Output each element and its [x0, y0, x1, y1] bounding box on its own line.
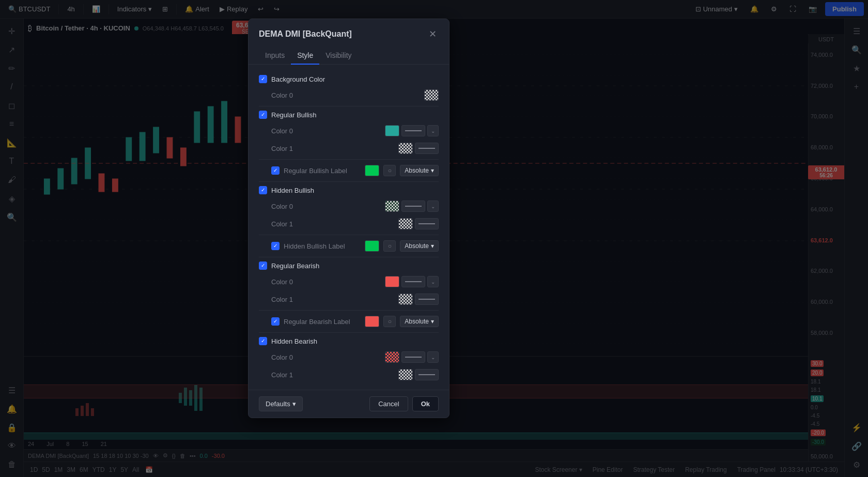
hidden-bullish-color0-swatch[interactable] — [385, 201, 399, 212]
footer-actions: Cancel Ok — [369, 396, 439, 411]
hidden-bullish-color0-controls: ⌄ — [385, 201, 439, 212]
line-dash7-icon — [405, 357, 422, 358]
hidden-bullish-checkbox[interactable] — [259, 186, 267, 194]
chevron-down-icon: ▾ — [292, 400, 296, 408]
line-dash5-icon — [405, 281, 422, 282]
regular-bearish-label-text: Regular Bearish Label — [284, 318, 361, 326]
regular-bullish-color1-controls — [398, 143, 439, 154]
regular-bearish-label-icon-btn[interactable]: ○ — [383, 316, 396, 327]
divider-1 — [259, 106, 439, 106]
ok-button[interactable]: Ok — [412, 396, 439, 411]
hidden-bullish-color1-controls — [398, 218, 439, 229]
modal-tabs: Inputs Style Visibility — [249, 41, 449, 65]
dropdown-arrow2-icon: ▾ — [431, 242, 434, 250]
regular-bullish-label-color[interactable] — [365, 165, 379, 176]
background-color-controls — [424, 89, 439, 101]
hidden-bullish-label: Hidden Bullish — [271, 187, 314, 194]
hidden-bearish-chevron-btn[interactable]: ⌄ — [427, 351, 439, 363]
background-color-checkbox[interactable] — [259, 75, 267, 83]
line-dash8-icon — [419, 374, 435, 375]
hidden-bullish-label-checkbox[interactable] — [271, 242, 280, 250]
regular-bearish-color0-controls: ⌄ — [385, 276, 439, 287]
color-0-label-bg: Color 0 — [271, 91, 424, 99]
hidden-bullish-line-style-btn[interactable] — [401, 201, 425, 212]
regular-bearish-color1-controls — [398, 294, 439, 305]
modal-close-button[interactable]: ✕ — [427, 27, 439, 41]
regular-bearish-color1-line-btn[interactable] — [415, 294, 439, 305]
hidden-bullish-label-icon-btn[interactable]: ○ — [383, 240, 396, 252]
hidden-bearish-color1-controls — [398, 369, 439, 380]
regular-bullish-color0-controls: ⌄ — [385, 125, 439, 136]
regular-bearish-label: Regular Bearish — [271, 262, 319, 270]
divider-6 — [259, 310, 439, 311]
regular-bearish-color0-swatch[interactable] — [385, 276, 399, 287]
regular-bearish-label-dropdown[interactable]: Absolute ▾ — [400, 316, 439, 327]
regular-bullish-color1-swatch[interactable] — [398, 143, 413, 154]
regular-bullish-line-style-btn[interactable] — [401, 125, 425, 136]
modal-footer: Defaults ▾ Cancel Ok — [249, 390, 449, 418]
regular-bullish-color1-line-btn[interactable] — [415, 143, 439, 154]
background-color-0-row: Color 0 — [259, 86, 439, 104]
regular-bullish-color0-row: Color 0 ⌄ — [259, 122, 439, 140]
line-dash3-icon — [405, 206, 422, 207]
hidden-bearish-color1-line-btn[interactable] — [415, 369, 439, 380]
modal-body: Background Color Color 0 Regular Bullish… — [249, 65, 449, 390]
regular-bullish-label-text: Regular Bullish Label — [284, 167, 361, 175]
regular-bearish-color1-row: Color 1 — [259, 290, 439, 308]
divider-7 — [259, 332, 439, 333]
section-regular-bullish-label: Regular Bullish Label ○ Absolute ▾ — [259, 162, 439, 179]
hidden-bearish-line-style-btn[interactable] — [401, 351, 425, 363]
hidden-bearish-color1-swatch[interactable] — [398, 369, 413, 380]
section-regular-bearish-label: Regular Bearish Label ○ Absolute ▾ — [259, 313, 439, 330]
hidden-bullish-chevron-btn[interactable]: ⌄ — [427, 201, 439, 212]
regular-bearish-checkbox[interactable] — [259, 261, 267, 270]
hidden-bullish-color1-line-btn[interactable] — [415, 218, 439, 229]
regular-bearish-color1-swatch[interactable] — [398, 294, 413, 305]
section-hidden-bullish: Hidden Bullish — [259, 186, 439, 194]
defaults-button[interactable]: Defaults ▾ — [259, 396, 303, 411]
hidden-bearish-color1-row: Color 1 — [259, 366, 439, 383]
hidden-bullish-color1-swatch[interactable] — [398, 218, 413, 229]
hidden-bullish-color1-row: Color 1 — [259, 215, 439, 233]
hidden-bullish-color0-row: Color 0 ⌄ — [259, 197, 439, 215]
section-background-color: Background Color — [259, 75, 439, 83]
regular-bearish-label-color[interactable] — [365, 316, 379, 327]
cancel-button[interactable]: Cancel — [369, 396, 408, 411]
tab-style[interactable]: Style — [291, 47, 319, 65]
regular-bullish-label-dropdown[interactable]: Absolute ▾ — [400, 165, 439, 176]
regular-bullish-chevron-btn[interactable]: ⌄ — [427, 125, 439, 136]
regular-bullish-label: Regular Bullish — [271, 111, 316, 119]
background-color-swatch[interactable] — [424, 89, 439, 101]
modal-overlay: DEMA DMI [BackQuant] ✕ Inputs Style Visi… — [0, 0, 868, 477]
line-dash2-icon — [419, 148, 435, 149]
hidden-bearish-color0-controls: ⌄ — [385, 351, 439, 363]
divider-2 — [259, 159, 439, 160]
section-hidden-bullish-label: Hidden Bullish Label ○ Absolute ▾ — [259, 237, 439, 255]
divider-4 — [259, 235, 439, 235]
modal-title: DEMA DMI [BackQuant] — [259, 29, 352, 39]
regular-bullish-color0-swatch[interactable] — [385, 125, 399, 136]
indicator-settings-modal: DEMA DMI [BackQuant] ✕ Inputs Style Visi… — [248, 19, 450, 418]
hidden-bearish-checkbox[interactable] — [259, 337, 267, 345]
regular-bearish-color0-row: Color 0 ⌄ — [259, 273, 439, 290]
regular-bearish-chevron-btn[interactable]: ⌄ — [427, 276, 439, 287]
regular-bullish-label-checkbox[interactable] — [271, 166, 280, 175]
hidden-bearish-label: Hidden Bearish — [271, 337, 317, 345]
dropdown-arrow-icon: ▾ — [431, 167, 434, 174]
section-regular-bullish: Regular Bullish — [259, 111, 439, 119]
regular-bullish-checkbox[interactable] — [259, 111, 267, 119]
regular-bullish-label-icon-btn[interactable]: ○ — [383, 165, 396, 176]
line-dash-icon — [405, 130, 422, 131]
background-color-label: Background Color — [271, 75, 325, 83]
regular-bullish-color1-row: Color 1 — [259, 140, 439, 157]
hidden-bullish-label-color[interactable] — [365, 240, 379, 252]
regular-bearish-label-checkbox[interactable] — [271, 317, 280, 326]
tab-inputs[interactable]: Inputs — [259, 47, 291, 65]
divider-3 — [259, 181, 439, 182]
hidden-bullish-label-dropdown[interactable]: Absolute ▾ — [400, 240, 439, 252]
divider-5 — [259, 257, 439, 257]
dropdown-arrow3-icon: ▾ — [431, 318, 434, 325]
regular-bearish-line-style-btn[interactable] — [401, 276, 425, 287]
tab-visibility[interactable]: Visibility — [319, 47, 358, 65]
hidden-bearish-color0-swatch[interactable] — [385, 351, 399, 363]
